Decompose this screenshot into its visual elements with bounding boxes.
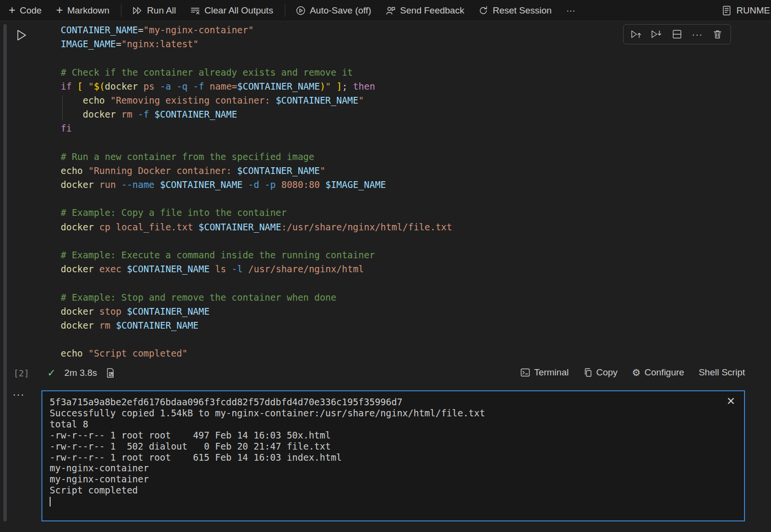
code-line bbox=[61, 276, 615, 290]
feedback-person-icon bbox=[386, 6, 396, 15]
gear-icon: ⚙ bbox=[632, 368, 641, 377]
execute-below-button[interactable] bbox=[649, 27, 665, 42]
run-all-icon bbox=[132, 6, 143, 15]
language-label: Shell Script bbox=[699, 367, 745, 378]
output-line: total 8 bbox=[50, 419, 725, 430]
code-line: CONTAINER_NAME="my-nginx-container" bbox=[61, 23, 615, 37]
code-line: # Example: Copy a file into the containe… bbox=[61, 206, 615, 220]
add-code-label: Code bbox=[20, 5, 41, 16]
code-line bbox=[61, 332, 615, 346]
toolbar-divider bbox=[285, 4, 285, 17]
split-cell-icon bbox=[672, 29, 682, 39]
cell-output[interactable]: 5f3a715a9a8be2efd6176bdaa096f3fcdd82f57d… bbox=[41, 390, 745, 521]
terminal-button[interactable]: Terminal bbox=[520, 367, 569, 378]
send-feedback-label: Send Feedback bbox=[400, 5, 464, 16]
run-all-label: Run All bbox=[147, 5, 176, 16]
cell-status-bar: [2] ✓ 2m 3.8s Terminal Copy ⚙ Configure … bbox=[0, 364, 771, 384]
runme-logo-icon bbox=[722, 5, 731, 16]
code-line: echo "Script completed" bbox=[61, 346, 615, 360]
cell-toolbar: ··· bbox=[623, 24, 731, 44]
toolbar-more-button[interactable]: ··· bbox=[566, 5, 575, 16]
code-line: docker exec $CONTAINER_NAME ls -l /usr/s… bbox=[61, 262, 615, 276]
code-line: echo "Removing existing container: $CONT… bbox=[61, 93, 615, 107]
copy-icon bbox=[583, 368, 592, 377]
run-cell-button[interactable] bbox=[16, 29, 27, 43]
terminal-icon bbox=[520, 368, 530, 377]
output-more-button[interactable]: ··· bbox=[13, 388, 25, 401]
execute-above-icon bbox=[631, 29, 642, 39]
code-line: # Check if the container already exists … bbox=[61, 66, 615, 80]
code-line: docker cp local_file.txt $CONTAINER_NAME… bbox=[61, 220, 615, 234]
ellipsis-icon: ··· bbox=[566, 5, 575, 16]
indent-guide bbox=[62, 95, 63, 120]
open-output-icon[interactable] bbox=[106, 368, 115, 378]
cell-more-button[interactable]: ··· bbox=[689, 27, 705, 42]
output-line: Script completed bbox=[50, 485, 725, 496]
output-line: 5f3a715a9a8be2efd6176bdaa096f3fcdd82f57d… bbox=[50, 397, 725, 408]
auto-save-label: Auto-Save (off) bbox=[310, 5, 371, 16]
execute-above-button[interactable] bbox=[628, 27, 645, 42]
code-line: echo "Running Docker container: $CONTAIN… bbox=[61, 164, 615, 178]
delete-cell-button[interactable] bbox=[709, 27, 726, 42]
clear-all-outputs-label: Clear All Outputs bbox=[204, 5, 273, 16]
clear-all-outputs-button[interactable]: Clear All Outputs bbox=[190, 5, 273, 16]
auto-save-toggle[interactable]: Auto-Save (off) bbox=[296, 5, 371, 16]
code-line bbox=[61, 192, 615, 206]
code-line: docker rm -f $CONTAINER_NAME bbox=[61, 107, 615, 121]
text-cursor bbox=[50, 497, 51, 506]
cell-focus-indicator bbox=[3, 24, 7, 521]
brand-label: RUNME bbox=[736, 5, 770, 16]
split-cell-button[interactable] bbox=[669, 27, 685, 42]
code-line: # Run a new container from the specified… bbox=[61, 150, 615, 164]
output-line: my-nginx-container bbox=[50, 463, 725, 474]
plus-icon: + bbox=[56, 4, 63, 16]
toolbar-divider bbox=[121, 4, 121, 17]
add-code-button[interactable]: + Code bbox=[9, 5, 41, 16]
output-line: -rw-r--r-- 1 root root 497 Feb 14 16:03 … bbox=[50, 430, 725, 441]
add-markdown-button[interactable]: + Markdown bbox=[56, 5, 109, 16]
execution-duration: 2m 3.8s bbox=[65, 368, 97, 378]
run-all-button[interactable]: Run All bbox=[132, 5, 176, 16]
reset-session-label: Reset Session bbox=[492, 5, 552, 16]
reset-session-button[interactable]: Reset Session bbox=[479, 5, 552, 16]
auto-save-icon bbox=[296, 6, 306, 15]
trash-icon bbox=[713, 29, 722, 39]
close-output-button[interactable]: ✕ bbox=[727, 395, 735, 408]
add-markdown-label: Markdown bbox=[67, 5, 109, 16]
code-editor[interactable]: CONTAINER_NAME="my-nginx-container"IMAGE… bbox=[61, 23, 615, 361]
output-text: 5f3a715a9a8be2efd6176bdaa096f3fcdd82f57d… bbox=[50, 397, 725, 507]
language-selector[interactable]: Shell Script bbox=[699, 367, 745, 378]
close-icon: ✕ bbox=[727, 395, 735, 407]
output-cursor-line bbox=[50, 496, 725, 507]
configure-label: Configure bbox=[645, 367, 684, 378]
code-line: docker run --name $CONTAINER_NAME -d -p … bbox=[61, 178, 615, 192]
code-line: docker stop $CONTAINER_NAME bbox=[61, 305, 615, 319]
output-line: my-nginx-container bbox=[50, 474, 725, 485]
configure-button[interactable]: ⚙ Configure bbox=[632, 367, 684, 378]
code-line: IMAGE_NAME="nginx:latest" bbox=[61, 37, 615, 51]
send-feedback-button[interactable]: Send Feedback bbox=[386, 5, 464, 16]
code-line bbox=[61, 136, 615, 150]
copy-button[interactable]: Copy bbox=[583, 367, 617, 378]
execution-count: [2] bbox=[13, 368, 29, 378]
execute-below-icon bbox=[651, 29, 663, 39]
success-check-icon: ✓ bbox=[47, 367, 56, 379]
code-line: if [ "$(docker ps -a -q -f name=$CONTAIN… bbox=[61, 80, 615, 93]
notebook-toolbar: + Code + Markdown Run All Clear All Outp… bbox=[0, 0, 771, 21]
output-line: Successfully copied 1.54kB to my-nginx-c… bbox=[50, 408, 725, 419]
code-line: fi bbox=[61, 121, 615, 135]
terminal-label: Terminal bbox=[534, 367, 569, 378]
reset-icon bbox=[479, 6, 488, 15]
copy-label: Copy bbox=[596, 367, 617, 378]
ellipsis-icon: ··· bbox=[692, 29, 703, 40]
ellipsis-icon: ··· bbox=[13, 388, 25, 400]
plus-icon: + bbox=[9, 4, 15, 16]
brand-area[interactable]: RUNME bbox=[722, 5, 771, 16]
code-line: # Example: Execute a command inside the … bbox=[61, 248, 615, 262]
clear-outputs-icon bbox=[190, 6, 200, 15]
output-line: -rw-r--r-- 1 root root 615 Feb 14 16:03 … bbox=[50, 452, 725, 463]
code-line bbox=[61, 51, 615, 65]
output-line: -rw-r--r-- 1 502 dialout 0 Feb 20 21:47 … bbox=[50, 441, 725, 452]
code-line: docker rm $CONTAINER_NAME bbox=[61, 319, 615, 332]
code-line: # Example: Stop and remove the container… bbox=[61, 291, 615, 305]
